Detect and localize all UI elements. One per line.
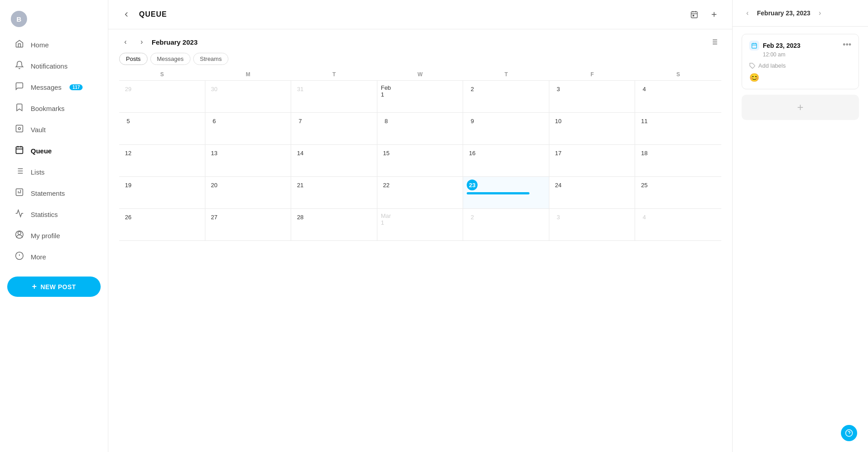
rp-next-button[interactable]: ›: [814, 7, 826, 19]
sidebar-item-bookmarks[interactable]: Bookmarks: [4, 98, 104, 119]
sidebar-item-messages[interactable]: Messages 117: [4, 77, 104, 97]
cal-cell-27[interactable]: 27: [205, 209, 292, 240]
calendar-grid: S M T W T F S 29 30 31 Feb 1 2 3 4 5 6: [108, 69, 732, 452]
cal-cell-5[interactable]: 5: [119, 113, 205, 144]
cal-cell-10[interactable]: 10: [549, 113, 636, 144]
sidebar-item-queue[interactable]: Queue: [4, 141, 104, 161]
cal-cell-20[interactable]: 20: [205, 177, 292, 208]
cal-cell-9[interactable]: 9: [463, 113, 549, 144]
cal-cell-mar2[interactable]: 2: [463, 209, 549, 240]
tab-posts[interactable]: Posts: [119, 53, 148, 65]
day-num-5: 5: [123, 115, 134, 126]
sidebar-item-statistics[interactable]: Statistics: [4, 204, 104, 225]
cal-cell-11[interactable]: 11: [635, 113, 721, 144]
event-title-row: Feb 23, 2023: [749, 41, 800, 51]
cal-cell-18[interactable]: 18: [635, 145, 721, 176]
new-post-button[interactable]: + NEW POST: [7, 277, 101, 297]
rp-prev-button[interactable]: ‹: [742, 7, 753, 19]
cal-cell-15[interactable]: 15: [377, 145, 464, 176]
day-num-mar2: 2: [467, 212, 478, 222]
sidebar-item-home[interactable]: Home: [4, 35, 104, 55]
day-num-7: 7: [295, 115, 306, 126]
day-header-sat: S: [635, 69, 721, 80]
cal-cell-12[interactable]: 12: [119, 145, 205, 176]
event-card-top: Feb 23, 2023 12:00 am •••: [749, 41, 851, 58]
cal-cell-feb1[interactable]: Feb 1: [377, 81, 464, 112]
prev-month-button[interactable]: ‹: [119, 36, 132, 48]
cal-cell-19[interactable]: 19: [119, 177, 205, 208]
add-queue-button[interactable]: [707, 7, 721, 22]
calendar-nav: ‹ › February 2023: [108, 29, 732, 53]
add-post-button[interactable]: +: [742, 95, 859, 120]
right-panel-content: Feb 23, 2023 12:00 am ••• Add labels 😊 +: [733, 27, 868, 452]
sidebar-item-notifications[interactable]: Notifications: [4, 56, 104, 76]
day-num-29: 29: [123, 83, 134, 94]
queue-title: QUEUE: [139, 10, 167, 18]
cal-cell-30[interactable]: 30: [205, 81, 292, 112]
cal-cell-6[interactable]: 6: [205, 113, 292, 144]
add-post-plus-icon: +: [797, 101, 803, 114]
calendar-tabs: Posts Messages Streams: [108, 53, 732, 69]
cal-cell-mar4[interactable]: 4: [635, 209, 721, 240]
sidebar-item-my-profile[interactable]: My profile: [4, 226, 104, 246]
day-num-4: 4: [639, 83, 650, 94]
day-num-mar1: Mar 1: [381, 214, 392, 225]
next-month-button[interactable]: ›: [135, 36, 148, 48]
day-num-13: 13: [209, 148, 220, 158]
add-labels-text: Add labels: [758, 62, 786, 69]
sidebar-item-statements-label: Statements: [31, 189, 65, 197]
tab-messages[interactable]: Messages: [150, 53, 190, 65]
cal-cell-21[interactable]: 21: [291, 177, 377, 208]
bookmark-icon: [14, 103, 24, 114]
queue-icon: [14, 145, 24, 157]
cal-cell-7[interactable]: 7: [291, 113, 377, 144]
cal-cell-13[interactable]: 13: [205, 145, 292, 176]
cal-cell-29[interactable]: 29: [119, 81, 205, 112]
sidebar-item-more[interactable]: More: [4, 247, 104, 267]
cal-cell-23[interactable]: 23: [463, 177, 549, 208]
cal-cell-24[interactable]: 24: [549, 177, 636, 208]
cal-cell-3[interactable]: 3: [549, 81, 636, 112]
cal-cell-28[interactable]: 28: [291, 209, 377, 240]
cal-cell-4[interactable]: 4: [635, 81, 721, 112]
cal-cell-2[interactable]: 2: [463, 81, 549, 112]
day-header-mon: M: [205, 69, 292, 80]
sidebar-item-lists[interactable]: Lists: [4, 162, 104, 182]
vault-icon: [14, 124, 24, 135]
cal-cell-22[interactable]: 22: [377, 177, 464, 208]
cal-cell-14[interactable]: 14: [291, 145, 377, 176]
queue-icon-row: [687, 7, 721, 22]
tab-streams[interactable]: Streams: [193, 53, 228, 65]
cal-cell-mar3[interactable]: 3: [549, 209, 636, 240]
add-labels-button[interactable]: Add labels: [749, 62, 851, 69]
cal-cell-25[interactable]: 25: [635, 177, 721, 208]
day-header-fri: F: [549, 69, 636, 80]
calendar-view-button[interactable]: [687, 7, 701, 22]
cal-cell-31[interactable]: 31: [291, 81, 377, 112]
avatar[interactable]: B: [11, 11, 27, 27]
day-header-wed: W: [377, 69, 464, 80]
help-button[interactable]: [841, 425, 857, 441]
cal-cell-17[interactable]: 17: [549, 145, 636, 176]
cal-cell-16[interactable]: 16: [463, 145, 549, 176]
back-button[interactable]: [119, 7, 134, 22]
day-num-9: 9: [467, 115, 478, 126]
sidebar-item-messages-label: Messages: [31, 83, 61, 91]
messages-badge: 117: [70, 84, 83, 90]
event-time: 12:00 am: [763, 51, 800, 58]
cal-cell-26[interactable]: 26: [119, 209, 205, 240]
sidebar-item-bookmarks-label: Bookmarks: [31, 105, 65, 112]
sidebar-item-queue-label: Queue: [31, 147, 52, 155]
day-num-17: 17: [553, 148, 564, 158]
day-num-12: 12: [123, 148, 134, 158]
cal-cell-8[interactable]: 8: [377, 113, 464, 144]
event-more-button[interactable]: •••: [843, 41, 851, 49]
sidebar-item-statements[interactable]: Statements: [4, 183, 104, 203]
cal-cell-mar1[interactable]: Mar 1: [377, 209, 464, 240]
event-emoji: 😊: [749, 73, 851, 83]
svg-point-1: [19, 128, 21, 130]
calendar-list-view-button[interactable]: [707, 35, 721, 49]
sidebar: B Home Notifications Messages 117: [0, 0, 108, 452]
new-post-label: NEW POST: [41, 283, 76, 291]
sidebar-item-vault[interactable]: Vault: [4, 120, 104, 140]
